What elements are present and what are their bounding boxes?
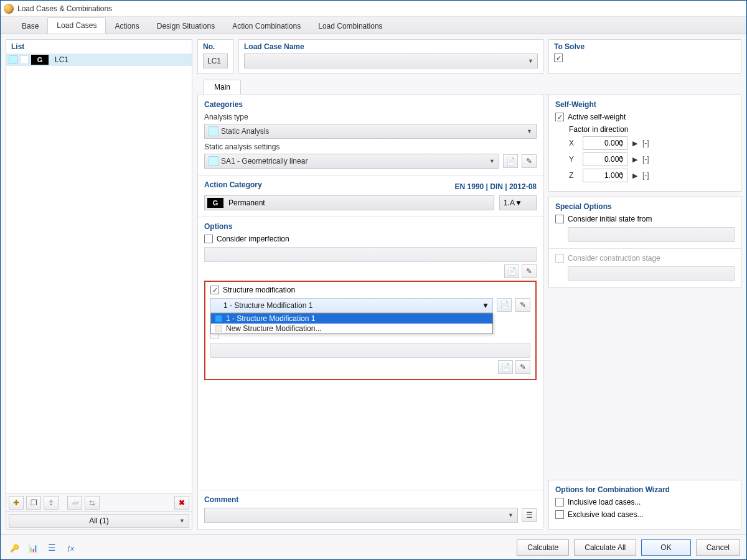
calc-tool[interactable] [26,540,40,555]
right-spacer [548,293,741,475]
chevron-down-icon: ▼ [527,128,532,134]
export-icon [48,498,54,507]
name-box: Load Case Name ▼ [238,39,543,74]
color-swatch-icon [215,315,222,322]
spinner-arrows-icon[interactable]: ▲▼ [619,154,626,165]
name-field[interactable]: ▼ [244,54,538,68]
window-root: Load Cases & Combinations Base Load Case… [0,0,747,560]
sas-new-button[interactable] [503,154,518,168]
permanent-badge: G [207,198,223,208]
construction-stage-label: Consider construction stage [568,254,660,263]
unknown-edit-button[interactable] [515,360,530,374]
check-button[interactable] [67,496,82,510]
sm-option-new[interactable]: New Structure Modification... [211,324,492,334]
sm-new-button[interactable] [497,298,512,312]
comment-title: Comment [204,495,537,504]
name-label: Load Case Name [244,42,538,51]
structure-modification-checkbox[interactable] [210,286,219,294]
cancel-button[interactable]: Cancel [696,539,740,556]
categories-title: Categories [204,100,537,109]
no-field[interactable]: LC1 [203,54,228,68]
tab-design-situations[interactable]: Design Situations [148,19,223,34]
body-area: List G LC1 [1,34,746,534]
chevron-down-icon: ▼ [482,301,489,310]
unknown-new-button[interactable] [498,360,513,374]
self-weight-title: Self-Weight [555,100,735,109]
calculate-button[interactable]: Calculate [517,539,569,556]
title-bar: Load Cases & Combinations [1,1,746,17]
chevron-down-icon: ▼ [489,158,495,164]
new-icon [500,301,509,309]
imperfection-edit-button[interactable] [522,264,537,278]
comment-field[interactable]: ▼ [204,508,518,523]
consider-imperfection-checkbox[interactable] [204,235,213,243]
structure-modification-dropdown[interactable]: 1 - Structure Modification 1 ▼ 1 - Struc… [210,298,493,313]
tab-actions[interactable]: Actions [106,19,148,34]
list-item-lc1[interactable]: G LC1 [6,54,192,66]
tab-load-combinations[interactable]: Load Combinations [309,19,391,34]
new-button[interactable] [9,496,24,510]
spinner-arrows-icon[interactable]: ▲▼ [619,138,626,149]
exclusive-label: Exclusive load cases... [568,510,643,519]
tosolve-box: To Solve [548,39,741,74]
copy-button[interactable] [26,496,41,510]
go-arrow-icon[interactable]: ▶ [632,172,637,180]
sm-option-1[interactable]: 1 - Structure Modification 1 [211,314,492,324]
ok-label: OK [660,543,671,552]
go-arrow-icon[interactable]: ▶ [632,139,637,147]
permanent-badge: G [31,55,49,65]
export-button[interactable] [44,496,59,510]
color-swatch-icon [9,55,17,64]
sm-selected-text: 1 - Structure Modification 1 [215,301,312,310]
ok-button[interactable]: OK [641,539,690,556]
list-filter-combo[interactable]: All (1) ▼ [9,514,189,528]
action-category-select[interactable]: G Permanent [204,195,494,210]
key-tool[interactable] [7,540,22,555]
main-tab-main[interactable]: Main [204,80,241,95]
tab-load-cases[interactable]: Load Cases [47,17,106,34]
bottom-left-tools [7,540,78,555]
imperfection-new-button[interactable] [504,264,519,278]
exclusive-checkbox[interactable] [555,510,564,519]
factor-x-input[interactable]: 0.000 ▲▼ [583,136,627,150]
right-column: Self-Weight Active self-weight Factor in… [548,95,741,530]
analysis-color-icon [209,126,218,136]
tosolve-label: To Solve [554,42,736,51]
factor-y-input[interactable]: 0.000 ▲▼ [583,152,627,166]
middle-column: No. LC1 Load Case Name ▼ To Solve [197,39,741,530]
list-filter-value: All (1) [89,516,108,525]
fx-tool[interactable] [63,540,78,555]
new-icon [501,363,510,371]
factor-z-input[interactable]: 1.000 ▲▼ [583,169,627,182]
structure-modification-selected[interactable]: 1 - Structure Modification 1 ▼ [210,298,493,313]
swap-button[interactable] [85,496,100,510]
delete-button[interactable] [174,496,189,510]
inclusive-checkbox[interactable] [555,498,564,506]
action-category-code-select[interactable]: 1.A ▼ [499,195,537,210]
tab-base[interactable]: Base [13,19,47,34]
no-value: LC1 [207,57,221,65]
blank-swatch-icon [215,325,222,332]
initial-state-checkbox[interactable] [555,215,564,223]
list-item-label: LC1 [51,55,68,64]
sas-select[interactable]: SA1 - Geometrically linear ▼ [204,154,499,169]
tosolve-checkbox[interactable] [554,54,563,62]
calculate-all-button[interactable]: Calculate All [574,539,636,556]
no-label: No. [203,42,228,51]
go-arrow-icon[interactable]: ▶ [632,156,637,164]
sas-edit-button[interactable] [522,154,537,168]
options-title: Options [204,222,537,231]
calculate-all-label: Calculate All [585,543,626,552]
inclusive-label: Inclusive load cases... [568,498,641,506]
load-case-listbox[interactable]: G LC1 [6,54,192,493]
tab-action-combinations[interactable]: Action Combinations [223,19,309,34]
list-tool[interactable] [44,540,59,555]
sas-label: Static analysis settings [204,142,537,151]
analysis-type-select[interactable]: Static Analysis ▼ [204,124,537,139]
axis-x-label: X [569,139,578,147]
action-category-title: Action Category [204,180,262,189]
spinner-arrows-icon[interactable]: ▲▼ [619,170,626,181]
active-self-weight-checkbox[interactable] [555,113,564,121]
sm-edit-button[interactable] [515,298,530,312]
comment-list-button[interactable] [522,508,537,522]
